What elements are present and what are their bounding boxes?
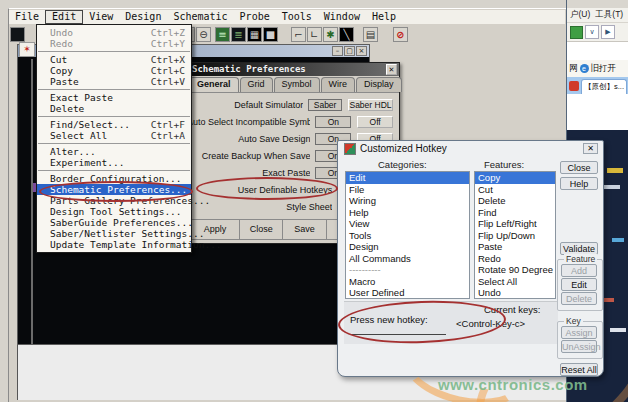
categories-header: Categories: [378,159,427,170]
wire-icon[interactable]: ⌐ [291,27,306,42]
simulate-disabled-icon[interactable]: ⊘ [393,27,408,42]
page-text-speck [607,168,623,173]
feature-item[interactable]: Redo [475,253,555,265]
menu-view[interactable]: View [83,11,119,23]
menu-file[interactable]: File [9,11,45,23]
menu-item-select-all[interactable]: Select AllCtrl+A [37,130,191,141]
page-text-speck [604,298,614,302]
menu-item-delete[interactable]: Delete [37,103,191,114]
saber-button[interactable]: Saber [308,99,342,111]
new-design-icon[interactable] [10,27,25,42]
menu-edit[interactable]: Edit [45,10,83,24]
auto-select-off-button[interactable]: Off [357,116,393,128]
open-with-label[interactable]: 旧打开 [591,63,617,75]
minimize-button[interactable]: – [332,46,343,56]
art-icon[interactable]: ✶ [19,42,35,57]
menu-item-label: Experiment... [50,157,124,168]
grid-toggle-icon[interactable]: ▦ [247,27,262,42]
zoom-out-icon[interactable]: ⊖ [196,27,211,42]
save-button[interactable]: Save [283,220,326,239]
menu-item-saber-netlister-settings[interactable]: Saber/Netlister Settings... [37,228,191,239]
category-item[interactable]: User Defined [346,287,469,299]
category-item[interactable]: Tools [346,230,469,242]
tab-display[interactable]: Display [356,77,402,92]
category-item[interactable]: Design [346,241,469,253]
menu-item-copy[interactable]: CopyCtrl+C [37,65,191,76]
bus-wire-icon[interactable]: ∟ [307,27,322,42]
feature-item[interactable]: Paste [475,241,555,253]
close-icon[interactable]: ✕ [583,143,598,154]
menu-item-update-template-information[interactable]: Update Template Information... [37,239,191,250]
menu-item-undo[interactable]: UndoCtrl+Z [37,27,191,38]
parts-gallery-icon[interactable]: ≡ [215,27,230,42]
help-button[interactable]: Help [560,177,598,190]
chevron-down-icon[interactable]: ∨ [585,25,599,39]
tab-label: 【原创】s... [584,82,624,91]
tab-wire[interactable]: Wire [321,77,356,92]
category-item[interactable]: View [346,218,469,230]
tab-symbol[interactable]: Symbol [274,77,320,92]
menu-item-redo[interactable]: RedoCtrl+Y [37,38,191,49]
close-button[interactable]: Close [560,161,598,174]
tab-close-icon[interactable]: × [626,82,627,91]
browser-extension-icon[interactable] [570,26,583,39]
auto-select-on-button[interactable]: On [315,116,351,128]
menu-tools[interactable]: Tools [276,11,318,23]
menu-item-experiment[interactable]: Experiment... [37,157,191,168]
delete-button[interactable]: Delete [561,292,597,305]
feature-item[interactable]: Cut [475,184,555,196]
menu-window[interactable]: Window [318,11,366,23]
netlist-icon[interactable]: ✱ [323,27,338,42]
saber-hdl-button[interactable]: Saber HDL [348,99,393,111]
category-item[interactable]: Macro [346,276,469,288]
bookmark-label[interactable]: 网 [569,63,578,75]
dialog-title: Customized Hotkey [360,143,447,154]
features-listbox[interactable]: Copy Cut Delete Find Flip Left/Right Fli… [474,171,556,299]
maximize-button[interactable]: ▢ [344,46,355,56]
menu-item-paste[interactable]: PasteCtrl+V [37,76,191,87]
category-item[interactable]: All Commands [346,253,469,265]
category-item[interactable]: Help [346,207,469,219]
probe-icon[interactable]: ╲ [339,27,354,42]
category-item[interactable]: Edit [346,172,469,184]
menu-item-alter[interactable]: Alter... [37,146,191,157]
menu-design[interactable]: Design [119,11,167,23]
menu-item-find-select[interactable]: Find/Select...Ctrl+F [37,119,191,130]
edit-button[interactable]: Edit [561,278,597,291]
browser-menu-tools[interactable]: 工具(T) [595,9,623,21]
go-icon[interactable]: ▶ [601,25,615,39]
close-button[interactable]: Close [240,220,283,239]
feature-item[interactable]: Flip Left/Right [475,218,555,230]
category-item[interactable]: File [346,184,469,196]
menu-item-exact-paste[interactable]: Exact Paste [37,92,191,103]
browser-tab[interactable]: 【原创】s... × [581,79,627,94]
categories-listbox[interactable]: Edit File Wiring Help View Tools Design … [345,171,470,299]
feature-item[interactable]: Undo [475,287,555,299]
menu-item-design-tool-settings[interactable]: Design Tool Settings... [37,206,191,217]
feature-item[interactable]: Copy [475,172,555,184]
fill-icon[interactable]: ■ [263,27,278,42]
menu-shortcut: Ctrl+F [151,119,185,130]
menu-schematic[interactable]: Schematic [167,11,233,23]
feature-item[interactable]: Select All [475,276,555,288]
dialog-titlebar[interactable]: Customized Hotkey [338,141,603,156]
feature-item[interactable]: Find [475,207,555,219]
menu-item-cut[interactable]: CutCtrl+X [37,54,191,65]
menu-item-label: Exact Paste [50,92,113,103]
report-icon[interactable]: ▤ [363,27,378,42]
browser-menu-user[interactable]: 户(U) [570,9,590,21]
menu-help[interactable]: Help [366,11,402,23]
feature-item[interactable]: Rotate 90 Degree [475,264,555,276]
layers-icon[interactable]: ≣ [231,27,246,42]
category-item[interactable]: Wiring [346,195,469,207]
feature-item[interactable]: Flip Up/Down [475,230,555,242]
tab-general[interactable]: General [189,77,239,92]
feature-item[interactable]: Delete [475,195,555,207]
menu-item-saberguide-preferences[interactable]: SaberGuide Preferences... [37,217,191,228]
close-icon[interactable]: ✕ [386,64,397,75]
dialog-titlebar[interactable]: Schematic Preferences [187,63,399,76]
add-button[interactable]: Add [561,264,597,277]
close-button[interactable]: × [356,46,367,56]
tab-grid[interactable]: Grid [240,77,273,92]
menu-probe[interactable]: Probe [234,11,276,23]
